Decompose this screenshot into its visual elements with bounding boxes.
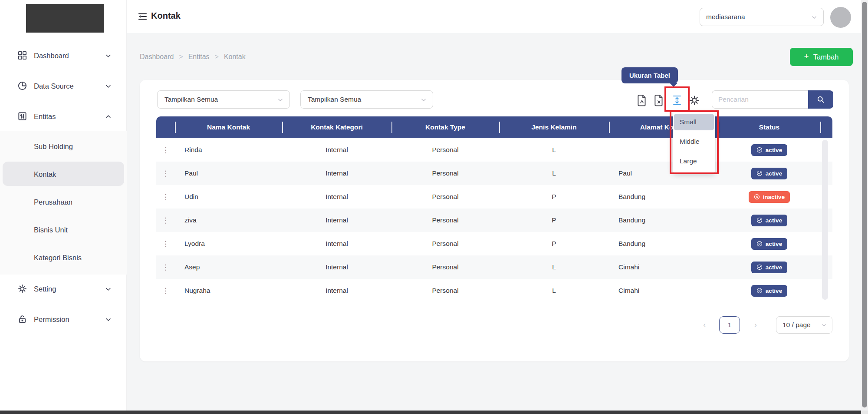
sidebar-item-entitas[interactable]: Entitas [0, 108, 127, 125]
table-size-menu: Small Middle Large [673, 112, 715, 173]
row-drag-handle-icon[interactable]: ⋮ [156, 287, 175, 295]
row-drag-handle-icon[interactable]: ⋮ [156, 264, 175, 271]
chevron-down-icon [105, 286, 112, 292]
table-row: ⋮ Nugraha Internal Personal L Cimahi act… [156, 279, 832, 302]
check-circle-icon [756, 170, 763, 176]
chevron-down-icon [811, 14, 817, 20]
sidebar-item-permission[interactable]: Permission [0, 311, 127, 328]
filter-select-kategori[interactable]: Tampilkan Semua [157, 90, 290, 109]
chevron-down-icon [105, 316, 112, 323]
breadcrumb-kontak: Kontak [224, 53, 246, 61]
cell-kategori: Internal [282, 169, 391, 177]
cell-jenis-kelamin: L [499, 263, 609, 271]
sidebar-item-sub-holding[interactable]: Sub Holding [0, 138, 127, 155]
row-drag-handle-icon[interactable]: ⋮ [156, 217, 175, 224]
page-scrollbar[interactable] [861, 0, 868, 411]
size-option-large[interactable]: Large [674, 153, 714, 169]
app-logo [26, 4, 104, 33]
cell-kategori: Internal [282, 263, 391, 271]
horizontal-scrollbar[interactable] [0, 411, 861, 414]
breadcrumb-dashboard[interactable]: Dashboard [140, 53, 174, 61]
table-scrollbar[interactable] [822, 140, 828, 300]
status-badge: active [751, 215, 787, 226]
table-settings-gear-icon[interactable] [688, 94, 701, 107]
status-badge: active [751, 285, 787, 297]
pie-chart-icon [17, 81, 27, 91]
tooltip-arrow [670, 83, 677, 91]
breadcrumb-entitas[interactable]: Entitas [188, 53, 210, 61]
search-button[interactable] [808, 90, 833, 109]
gear-icon [17, 284, 27, 294]
column-kontak-type: Kontak Type [391, 123, 499, 131]
size-option-middle[interactable]: Middle [674, 133, 714, 150]
column-status: Status [718, 123, 820, 131]
table-size-icon[interactable] [671, 94, 684, 107]
cell-jenis-kelamin: L [499, 169, 609, 177]
page-title: Kontak [151, 11, 181, 21]
breadcrumb-separator: > [179, 53, 183, 61]
search-input[interactable] [712, 90, 808, 109]
sidebar-item-data-source[interactable]: Data Source [0, 77, 127, 95]
cell-jenis-kelamin: P [499, 193, 609, 201]
cell-jenis-kelamin: L [499, 146, 609, 154]
cell-nama: ziva [175, 216, 282, 224]
column-kontak-kategori: Kontak Kategori [282, 123, 391, 131]
cell-kategori: Internal [282, 216, 391, 224]
sidebar: Dashboard Data Source Entitas Sub Holdin… [0, 0, 127, 414]
page-size-select[interactable]: 10 / page [776, 316, 832, 334]
entitas-submenu: Sub Holding Kontak Perusahaan Bisnis Uni… [0, 131, 127, 275]
cell-type: Personal [391, 287, 499, 295]
table-card: Tampilkan Semua Tampilkan Semua Nama Kon… [140, 80, 849, 361]
tooltip-ukuran-tabel: Ukuran Tabel [621, 67, 678, 83]
chevron-down-icon [277, 97, 283, 103]
table-row: ⋮ Lyodra Internal Personal P Bandung act… [156, 232, 832, 255]
sidebar-item-perusahaan[interactable]: Perusahaan [0, 193, 127, 211]
workspace-select-value: mediasarana [706, 13, 745, 20]
chevron-up-icon [105, 113, 112, 120]
row-drag-handle-icon[interactable]: ⋮ [156, 240, 175, 248]
filter-select-type[interactable]: Tampilkan Semua [300, 90, 433, 109]
add-button-label: Tambah [813, 53, 839, 61]
check-circle-icon [756, 217, 763, 223]
sidebar-item-label: Setting [34, 280, 56, 298]
status-badge: inactive [749, 191, 790, 203]
cell-jenis-kelamin: P [499, 240, 609, 248]
cell-nama: Nugraha [175, 287, 282, 295]
sidebar-item-kontak[interactable]: Kontak [0, 166, 127, 183]
export-pdf-icon[interactable] [635, 94, 648, 107]
workspace-select[interactable]: mediasarana [700, 8, 824, 26]
pagination-page-1[interactable]: 1 [719, 316, 740, 334]
avatar[interactable] [830, 7, 851, 28]
sidebar-item-bisnis-unit[interactable]: Bisnis Unit [0, 221, 127, 238]
pagination-next-icon[interactable]: › [750, 320, 761, 331]
status-badge: active [751, 238, 787, 250]
pagination-prev-icon[interactable]: ‹ [699, 320, 710, 331]
row-drag-handle-icon[interactable]: ⋮ [156, 146, 175, 154]
cell-alamat: Bandung [609, 193, 718, 201]
size-option-small[interactable]: Small [674, 114, 714, 130]
status-badge: active [751, 168, 787, 179]
menu-list-icon[interactable] [137, 12, 148, 21]
sidebar-item-setting[interactable]: Setting [0, 280, 127, 298]
row-drag-handle-icon[interactable]: ⋮ [156, 193, 175, 201]
kontak-table: Nama Kontak Kontak Kategori Kontak Type … [156, 116, 832, 302]
status-badge: active [751, 144, 787, 156]
table-row: ⋮ ziva Internal Personal P Bandung activ… [156, 209, 832, 232]
check-circle-icon [756, 288, 763, 294]
table-row: ⋮ Udin Internal Personal P Bandung inact… [156, 185, 832, 209]
cell-kategori: Internal [282, 146, 391, 154]
page-scrollbar-thumb[interactable] [862, 2, 867, 407]
cell-jenis-kelamin: P [499, 216, 609, 224]
sidebar-item-dashboard[interactable]: Dashboard [0, 47, 127, 64]
check-circle-icon [756, 264, 763, 270]
sidebar-item-kategori-bisnis[interactable]: Kategori Bisnis [0, 249, 127, 266]
sidebar-item-label: Entitas [34, 108, 56, 125]
add-button[interactable]: + Tambah [790, 48, 853, 66]
breadcrumb: Dashboard > Entitas > Kontak [140, 53, 246, 61]
page-size-value: 10 / page [783, 321, 811, 328]
cell-type: Personal [391, 240, 499, 248]
export-excel-icon[interactable] [652, 94, 665, 107]
cell-jenis-kelamin: L [499, 287, 609, 295]
table-row: ⋮ Paul Internal Personal L Paul active [156, 162, 832, 185]
row-drag-handle-icon[interactable]: ⋮ [156, 170, 175, 177]
